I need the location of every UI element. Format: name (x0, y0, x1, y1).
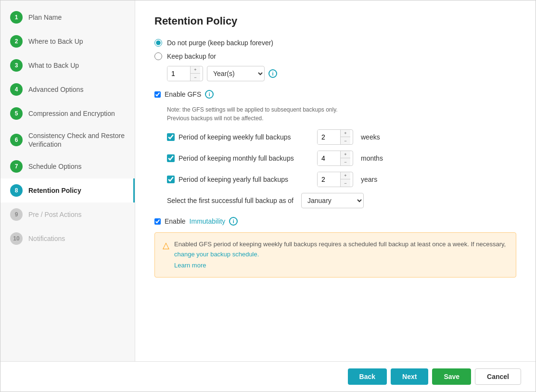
step-circle-8: 8 (10, 184, 23, 197)
cancel-button[interactable]: Cancel (475, 368, 521, 385)
gfs-note: Note: the GFS settings will be applied t… (167, 105, 516, 123)
save-button[interactable]: Save (432, 368, 471, 385)
do-not-purge-row: Do not purge (keep backup forever) (154, 39, 516, 47)
gfs-note-line2: Previous backups will not be affected. (167, 115, 264, 122)
sidebar-label-8: Retention Policy (28, 186, 81, 195)
immutability-row: Enable Immutability i (154, 217, 516, 226)
keep-backup-inputs: + − Year(s) Month(s) Week(s) Day(s) i (167, 66, 516, 81)
warning-text-before: Enabled GFS period of keeping weekly ful… (174, 240, 506, 248)
gfs-monthly-decrement-btn[interactable]: − (341, 158, 350, 165)
first-backup-row: Select the first successful full backup … (167, 193, 516, 208)
sidebar-item-retention-policy[interactable]: 8 Retention Policy (0, 178, 135, 202)
period-info-icon[interactable]: i (268, 69, 277, 78)
enable-gfs-checkbox[interactable] (154, 91, 161, 98)
sidebar-label-6: Consistency Check and Restore Verificati… (28, 131, 125, 149)
do-not-purge-radio[interactable] (154, 39, 162, 47)
immutability-enable-label[interactable]: Enable (165, 217, 186, 225)
keep-backup-decrement-btn[interactable]: − (191, 74, 200, 81)
next-button[interactable]: Next (391, 368, 428, 385)
back-button[interactable]: Back (348, 368, 387, 385)
sidebar-item-advanced-options[interactable]: 4 Advanced Options (0, 77, 135, 101)
gfs-monthly-number-input[interactable] (318, 151, 341, 165)
gfs-monthly-label: Period of keeping monthly full backups (167, 154, 311, 162)
learn-more-link[interactable]: Learn more (174, 261, 508, 271)
sidebar-item-notifications: 10 Notifications (0, 227, 135, 251)
step-circle-5: 5 (10, 107, 23, 120)
immutability-info-icon[interactable]: i (229, 217, 238, 226)
sidebar-label-2: Where to Back Up (28, 37, 83, 46)
sidebar-item-schedule-options[interactable]: 7 Schedule Options (0, 154, 135, 178)
sidebar-label-4: Advanced Options (28, 85, 83, 94)
sidebar-label-10: Notifications (28, 234, 65, 243)
gfs-weekly-number-input[interactable] (318, 130, 341, 144)
sidebar: 1 Plan Name 2 Where to Back Up 3 What to… (0, 0, 135, 361)
gfs-weekly-row: Period of keeping weekly full backups + … (167, 129, 516, 145)
gfs-options: Period of keeping weekly full backups + … (167, 129, 516, 208)
sidebar-label-1: Plan Name (28, 13, 62, 22)
immutability-checkbox[interactable] (154, 218, 161, 225)
enable-gfs-section: Enable GFS i Note: the GFS settings will… (154, 90, 516, 208)
gfs-monthly-increment-btn[interactable]: + (341, 151, 350, 158)
gfs-weekly-checkbox[interactable] (167, 133, 175, 141)
change-backup-schedule-link[interactable]: change your backup schedule. (174, 251, 259, 258)
sidebar-item-where-to-back-up[interactable]: 2 Where to Back Up (0, 29, 135, 53)
step-circle-10: 10 (10, 232, 23, 245)
gfs-monthly-row: Period of keeping monthly full backups +… (167, 151, 516, 166)
sidebar-item-consistency-check[interactable]: 6 Consistency Check and Restore Verifica… (0, 126, 135, 154)
gfs-yearly-decrement-btn[interactable]: − (341, 179, 350, 187)
keep-backup-radio[interactable] (154, 52, 162, 60)
sidebar-item-compression-encryption[interactable]: 5 Compression and Encryption (0, 101, 135, 126)
gfs-monthly-number-box: + − (317, 151, 353, 166)
gfs-monthly-text: Period of keeping monthly full backups (179, 154, 294, 162)
gfs-weekly-increment-btn[interactable]: + (341, 130, 350, 137)
gfs-yearly-row: Period of keeping yearly full backups + … (167, 172, 516, 187)
gfs-yearly-increment-btn[interactable]: + (341, 172, 350, 179)
gfs-weekly-decrement-btn[interactable]: − (341, 137, 350, 144)
footer: Back Next Save Cancel (0, 361, 536, 392)
gfs-weekly-number-box: + − (317, 129, 353, 145)
gfs-yearly-number-input[interactable] (318, 172, 341, 187)
month-select[interactable]: January February March April May June Ju… (301, 193, 364, 208)
sidebar-label-7: Schedule Options (28, 162, 82, 171)
gfs-info-icon[interactable]: i (205, 90, 214, 99)
step-circle-1: 1 (10, 11, 23, 24)
enable-gfs-label[interactable]: Enable GFS (165, 90, 201, 98)
gfs-monthly-num-btns: + − (341, 151, 350, 165)
do-not-purge-label[interactable]: Do not purge (keep backup forever) (167, 39, 273, 47)
gfs-weekly-text: Period of keeping weekly full backups (179, 133, 291, 141)
sidebar-label-9: Pre / Post Actions (28, 210, 82, 219)
sidebar-item-pre-post-actions: 9 Pre / Post Actions (0, 202, 135, 227)
step-circle-6: 6 (10, 134, 23, 146)
gfs-yearly-label: Period of keeping yearly full backups (167, 176, 311, 183)
step-circle-9: 9 (10, 208, 23, 221)
gfs-yearly-text: Period of keeping yearly full backups (179, 176, 288, 183)
sidebar-item-what-to-back-up[interactable]: 3 What to Back Up (0, 53, 135, 77)
warning-box: △ Enabled GFS period of keeping weekly f… (154, 232, 516, 278)
main-content: Retention Policy Do not purge (keep back… (135, 0, 536, 361)
keep-backup-increment-btn[interactable]: + (191, 66, 200, 74)
sidebar-label-5: Compression and Encryption (28, 109, 115, 118)
step-circle-7: 7 (10, 160, 23, 173)
step-circle-3: 3 (10, 59, 23, 72)
keep-backup-number-input[interactable] (167, 66, 191, 81)
gfs-weekly-num-btns: + − (341, 130, 350, 144)
first-backup-label: Select the first successful full backup … (167, 197, 294, 204)
enable-gfs-row: Enable GFS i (154, 90, 516, 99)
gfs-yearly-checkbox[interactable] (167, 176, 175, 183)
keep-backup-num-btns: + − (191, 66, 200, 81)
gfs-weekly-unit: weeks (361, 133, 380, 141)
gfs-monthly-checkbox[interactable] (167, 154, 175, 162)
modal-body: 1 Plan Name 2 Where to Back Up 3 What to… (0, 0, 536, 361)
immutability-link[interactable]: Immutability (190, 217, 226, 225)
period-select[interactable]: Year(s) Month(s) Week(s) Day(s) (207, 66, 265, 81)
page-title: Retention Policy (154, 15, 516, 27)
gfs-weekly-label: Period of keeping weekly full backups (167, 133, 311, 141)
step-circle-2: 2 (10, 35, 23, 48)
gfs-yearly-unit: years (361, 176, 377, 183)
warning-text-content: Enabled GFS period of keeping weekly ful… (174, 240, 508, 270)
gfs-monthly-unit: months (361, 154, 383, 162)
keep-backup-number-box: + − (167, 66, 203, 81)
keep-backup-label[interactable]: Keep backup for (167, 52, 216, 60)
sidebar-item-plan-name[interactable]: 1 Plan Name (0, 5, 135, 29)
gfs-note-line1: Note: the GFS settings will be applied t… (167, 106, 338, 113)
